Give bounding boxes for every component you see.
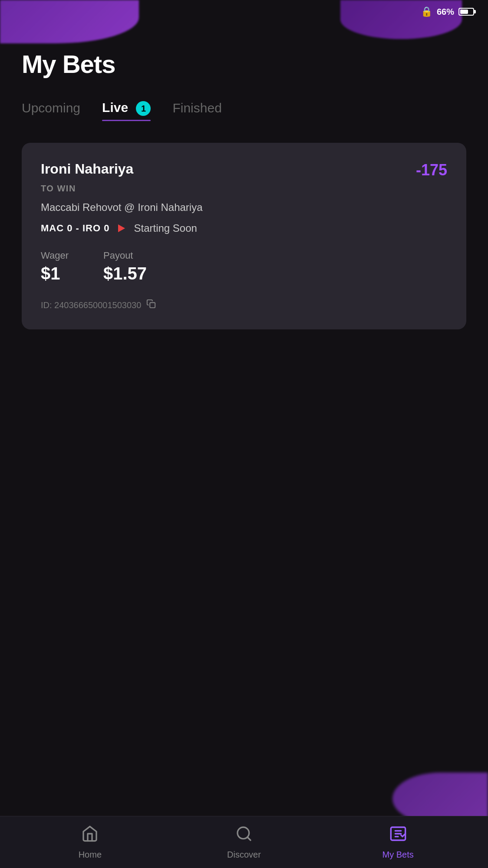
nav-home[interactable]: Home [13, 825, 167, 860]
battery-icon [458, 8, 474, 16]
live-indicator-icon [118, 224, 125, 232]
page-title: My Bets [22, 49, 466, 79]
tabs-container: Upcoming Live 1 Finished [22, 100, 466, 121]
nav-mybets[interactable]: My Bets [321, 825, 475, 860]
bet-matchup: Maccabi Rehovot @ Ironi Nahariya [41, 201, 447, 214]
bet-id-text: ID: 240366650001503030 [41, 300, 141, 310]
payout-label: Payout [103, 250, 147, 261]
wager-label: Wager [41, 250, 69, 261]
wager-amount: $1 [41, 264, 69, 283]
nav-discover-label: Discover [227, 850, 261, 860]
tab-upcoming[interactable]: Upcoming [22, 101, 80, 121]
battery-percent: 66% [437, 7, 454, 17]
svg-line-2 [247, 837, 251, 840]
nav-discover[interactable]: Discover [167, 825, 321, 860]
bet-type: TO WIN [41, 184, 447, 194]
bet-odds: -175 [416, 161, 447, 179]
discover-icon [235, 825, 253, 846]
nav-mybets-label: My Bets [382, 850, 414, 860]
bet-score-row: MAC 0 - IRO 0 Starting Soon [41, 222, 447, 234]
lock-icon: 🔒 [421, 6, 432, 17]
bottom-nav: Home Discover My Bets [0, 816, 488, 868]
bet-card-header: Ironi Nahariya -175 [41, 161, 447, 179]
status-bar: 🔒 66% [0, 0, 488, 23]
svg-rect-0 [150, 302, 155, 308]
payout-item: Payout $1.57 [103, 250, 147, 283]
battery-fill [460, 10, 468, 14]
copy-icon[interactable] [146, 299, 156, 311]
nav-home-label: Home [79, 850, 102, 860]
bet-score: MAC 0 - IRO 0 [41, 223, 109, 234]
bet-financials: Wager $1 Payout $1.57 [41, 250, 447, 283]
bet-team-name: Ironi Nahariya [41, 161, 133, 177]
bet-status: Starting Soon [134, 222, 197, 234]
tab-finished[interactable]: Finished [172, 101, 221, 121]
payout-amount: $1.57 [103, 264, 147, 283]
status-bar-right: 🔒 66% [421, 6, 474, 17]
mybets-icon [389, 825, 407, 846]
tab-live[interactable]: Live 1 [102, 100, 151, 121]
main-content: My Bets Upcoming Live 1 Finished Ironi N… [0, 23, 488, 825]
bet-id-row: ID: 240366650001503030 [41, 299, 447, 311]
home-icon [81, 825, 99, 846]
live-badge: 1 [136, 101, 151, 116]
bet-card: Ironi Nahariya -175 TO WIN Maccabi Rehov… [22, 143, 466, 329]
wager-item: Wager $1 [41, 250, 69, 283]
